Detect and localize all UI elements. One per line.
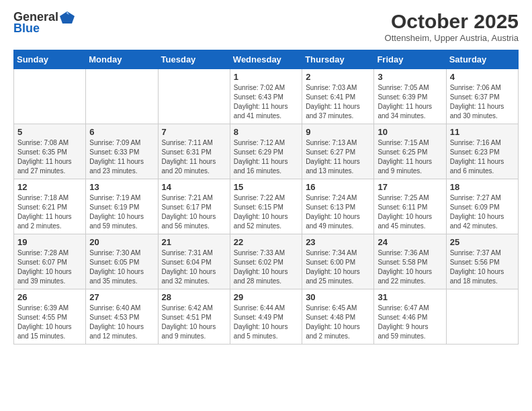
day-info: Sunrise: 7:11 AM Sunset: 6:31 PM Dayligh…	[162, 138, 226, 176]
day-info: Sunrise: 7:03 AM Sunset: 6:41 PM Dayligh…	[306, 83, 370, 121]
day-info: Sunrise: 7:13 AM Sunset: 6:27 PM Dayligh…	[306, 138, 370, 176]
day-number: 19	[17, 237, 82, 247]
day-number: 17	[378, 182, 442, 192]
day-info: Sunrise: 7:12 AM Sunset: 6:29 PM Dayligh…	[234, 138, 298, 176]
calendar-header-sunday: Sunday	[14, 50, 86, 69]
calendar-cell: 23Sunrise: 7:34 AM Sunset: 6:00 PM Dayli…	[302, 234, 374, 289]
calendar-header-saturday: Saturday	[446, 50, 518, 69]
location: Ottensheim, Upper Austria, Austria	[385, 33, 519, 43]
day-info: Sunrise: 6:42 AM Sunset: 4:51 PM Dayligh…	[162, 304, 226, 341]
day-number: 16	[306, 182, 370, 192]
calendar-week-row: 5Sunrise: 7:08 AM Sunset: 6:35 PM Daylig…	[14, 124, 519, 179]
day-number: 18	[450, 182, 515, 192]
day-number: 2	[306, 72, 370, 82]
day-number: 28	[162, 292, 226, 302]
logo-bird-icon	[60, 11, 75, 24]
calendar-cell: 5Sunrise: 7:08 AM Sunset: 6:35 PM Daylig…	[14, 124, 86, 179]
day-info: Sunrise: 6:47 AM Sunset: 4:46 PM Dayligh…	[378, 304, 442, 341]
day-number: 26	[17, 292, 82, 302]
day-info: Sunrise: 7:22 AM Sunset: 6:15 PM Dayligh…	[234, 193, 298, 231]
calendar-cell	[158, 69, 230, 124]
day-info: Sunrise: 7:30 AM Sunset: 6:05 PM Dayligh…	[89, 248, 154, 286]
day-number: 4	[450, 72, 515, 82]
calendar-cell: 17Sunrise: 7:25 AM Sunset: 6:11 PM Dayli…	[374, 179, 446, 234]
calendar-cell: 3Sunrise: 7:05 AM Sunset: 6:39 PM Daylig…	[374, 69, 446, 124]
calendar-cell: 9Sunrise: 7:13 AM Sunset: 6:27 PM Daylig…	[302, 124, 374, 179]
calendar-cell: 7Sunrise: 7:11 AM Sunset: 6:31 PM Daylig…	[158, 124, 230, 179]
calendar-cell: 15Sunrise: 7:22 AM Sunset: 6:15 PM Dayli…	[230, 179, 302, 234]
day-info: Sunrise: 7:06 AM Sunset: 6:37 PM Dayligh…	[450, 83, 515, 121]
day-info: Sunrise: 7:37 AM Sunset: 5:56 PM Dayligh…	[450, 248, 515, 286]
calendar-cell: 18Sunrise: 7:27 AM Sunset: 6:09 PM Dayli…	[446, 179, 518, 234]
calendar-week-row: 1Sunrise: 7:02 AM Sunset: 6:43 PM Daylig…	[14, 69, 519, 124]
calendar-week-row: 12Sunrise: 7:18 AM Sunset: 6:21 PM Dayli…	[14, 179, 519, 234]
calendar-cell: 24Sunrise: 7:36 AM Sunset: 5:58 PM Dayli…	[374, 234, 446, 289]
calendar-table: SundayMondayTuesdayWednesdayThursdayFrid…	[13, 50, 519, 345]
day-number: 31	[378, 292, 442, 302]
calendar-cell: 6Sunrise: 7:09 AM Sunset: 6:33 PM Daylig…	[86, 124, 158, 179]
day-info: Sunrise: 7:34 AM Sunset: 6:00 PM Dayligh…	[306, 248, 370, 286]
day-number: 23	[306, 237, 370, 247]
day-number: 1	[234, 72, 298, 82]
day-number: 9	[306, 127, 370, 137]
day-number: 12	[17, 182, 82, 192]
calendar-cell: 11Sunrise: 7:16 AM Sunset: 6:23 PM Dayli…	[446, 124, 518, 179]
day-number: 8	[234, 127, 298, 137]
day-info: Sunrise: 7:31 AM Sunset: 6:04 PM Dayligh…	[162, 248, 226, 286]
calendar-week-row: 19Sunrise: 7:28 AM Sunset: 6:07 PM Dayli…	[14, 234, 519, 289]
calendar-cell: 30Sunrise: 6:45 AM Sunset: 4:48 PM Dayli…	[302, 289, 374, 345]
calendar-cell: 16Sunrise: 7:24 AM Sunset: 6:13 PM Dayli…	[302, 179, 374, 234]
day-info: Sunrise: 6:45 AM Sunset: 4:48 PM Dayligh…	[306, 304, 370, 341]
calendar-cell: 2Sunrise: 7:03 AM Sunset: 6:41 PM Daylig…	[302, 69, 374, 124]
calendar-cell: 13Sunrise: 7:19 AM Sunset: 6:19 PM Dayli…	[86, 179, 158, 234]
month-year-title: October 2025	[385, 10, 519, 33]
day-info: Sunrise: 7:36 AM Sunset: 5:58 PM Dayligh…	[378, 248, 442, 286]
day-number: 13	[89, 182, 154, 192]
day-number: 15	[234, 182, 298, 192]
day-number: 11	[450, 127, 515, 137]
calendar-header-monday: Monday	[86, 50, 158, 69]
day-number: 6	[89, 127, 154, 137]
calendar-cell: 21Sunrise: 7:31 AM Sunset: 6:04 PM Dayli…	[158, 234, 230, 289]
page-top-bar: General Blue October 2025 Ottensheim, Up…	[13, 10, 519, 43]
calendar-cell: 19Sunrise: 7:28 AM Sunset: 6:07 PM Dayli…	[14, 234, 86, 289]
logo-blue: Blue	[13, 21, 40, 35]
day-info: Sunrise: 7:19 AM Sunset: 6:19 PM Dayligh…	[89, 193, 154, 231]
day-number: 21	[162, 237, 226, 247]
day-number: 27	[89, 292, 154, 302]
day-info: Sunrise: 7:08 AM Sunset: 6:35 PM Dayligh…	[17, 138, 82, 176]
calendar-cell	[14, 69, 86, 124]
calendar-cell: 31Sunrise: 6:47 AM Sunset: 4:46 PM Dayli…	[374, 289, 446, 345]
calendar-cell	[446, 289, 518, 345]
calendar-week-row: 26Sunrise: 6:39 AM Sunset: 4:55 PM Dayli…	[14, 289, 519, 345]
day-number: 5	[17, 127, 82, 137]
day-info: Sunrise: 7:16 AM Sunset: 6:23 PM Dayligh…	[450, 138, 515, 176]
calendar-cell: 1Sunrise: 7:02 AM Sunset: 6:43 PM Daylig…	[230, 69, 302, 124]
calendar-header-row: SundayMondayTuesdayWednesdayThursdayFrid…	[14, 50, 519, 69]
day-info: Sunrise: 6:40 AM Sunset: 4:53 PM Dayligh…	[89, 304, 154, 341]
day-number: 30	[306, 292, 370, 302]
day-info: Sunrise: 7:15 AM Sunset: 6:25 PM Dayligh…	[378, 138, 442, 176]
calendar-cell: 22Sunrise: 7:33 AM Sunset: 6:02 PM Dayli…	[230, 234, 302, 289]
calendar-cell: 25Sunrise: 7:37 AM Sunset: 5:56 PM Dayli…	[446, 234, 518, 289]
day-number: 20	[89, 237, 154, 247]
calendar-cell: 26Sunrise: 6:39 AM Sunset: 4:55 PM Dayli…	[14, 289, 86, 345]
day-info: Sunrise: 7:21 AM Sunset: 6:17 PM Dayligh…	[162, 193, 226, 231]
calendar-cell: 20Sunrise: 7:30 AM Sunset: 6:05 PM Dayli…	[86, 234, 158, 289]
day-number: 29	[234, 292, 298, 302]
calendar-cell: 4Sunrise: 7:06 AM Sunset: 6:37 PM Daylig…	[446, 69, 518, 124]
day-number: 3	[378, 72, 442, 82]
day-info: Sunrise: 7:28 AM Sunset: 6:07 PM Dayligh…	[17, 248, 82, 286]
calendar-cell: 8Sunrise: 7:12 AM Sunset: 6:29 PM Daylig…	[230, 124, 302, 179]
logo-container: General Blue	[13, 10, 75, 36]
day-number: 14	[162, 182, 226, 192]
day-info: Sunrise: 7:05 AM Sunset: 6:39 PM Dayligh…	[378, 83, 442, 121]
day-info: Sunrise: 7:18 AM Sunset: 6:21 PM Dayligh…	[17, 193, 82, 231]
day-number: 22	[234, 237, 298, 247]
day-info: Sunrise: 6:39 AM Sunset: 4:55 PM Dayligh…	[17, 304, 82, 341]
day-number: 24	[378, 237, 442, 247]
day-info: Sunrise: 7:33 AM Sunset: 6:02 PM Dayligh…	[234, 248, 298, 286]
day-info: Sunrise: 7:25 AM Sunset: 6:11 PM Dayligh…	[378, 193, 442, 231]
calendar-cell: 27Sunrise: 6:40 AM Sunset: 4:53 PM Dayli…	[86, 289, 158, 345]
day-info: Sunrise: 6:44 AM Sunset: 4:49 PM Dayligh…	[234, 304, 298, 341]
